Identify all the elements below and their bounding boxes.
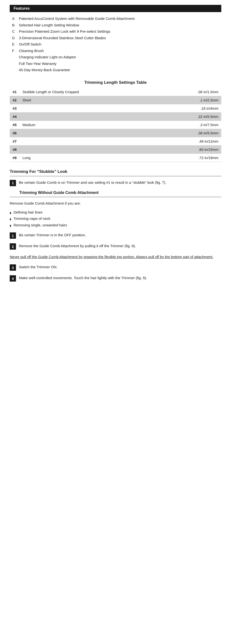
feature-letter: B	[12, 22, 19, 28]
row-measurement: .06 in/1.5mm	[160, 88, 221, 96]
feature-letter: C	[12, 29, 19, 34]
feature-letter: E	[12, 42, 19, 47]
without-comb-step4: 4 Make well-controlled movements. Touch …	[10, 275, 221, 282]
without-comb-step3: 3 Switch the Trimmer ON.	[10, 264, 221, 271]
list-item: ◗Removing single, unwanted hairs	[10, 222, 221, 228]
list-item: Full Two-Year Warranty	[12, 61, 221, 66]
row-number: #4	[10, 112, 20, 120]
row-number: #6	[10, 129, 20, 137]
feature-text: 45-Day Money-Back Guarantee	[12, 67, 221, 73]
table-row: #5Medium.3 in/7.5mm	[10, 120, 221, 129]
list-item: B Selected Hair Length Setting Window	[12, 22, 221, 28]
row-desc	[20, 112, 161, 120]
row-desc	[20, 129, 161, 137]
warning-text: Never pull off the Guide Comb Attachment…	[10, 254, 221, 260]
without-comb-title: Trimming Without Guide Comb Attachment	[10, 190, 221, 195]
row-number: #5	[10, 120, 20, 129]
list-item: E On/Off Switch	[12, 42, 221, 47]
row-desc: Medium	[20, 120, 161, 129]
bullet-list: ◗Defining hair lines◗Trimming nape of ne…	[10, 210, 221, 228]
table-row: #8.60 in/15mm	[10, 145, 221, 154]
without-comb-intro: Remove Guide Comb Attachment if you are:	[10, 200, 221, 206]
feature-text: 3-Dimensional Rounded Stainless Steel Cu…	[19, 35, 221, 41]
list-item: ◗Defining hair lines	[10, 210, 221, 215]
feature-text: Cleaning Brush	[19, 48, 221, 54]
features-header: Features	[10, 5, 221, 12]
bullet-diamond-icon: ◗	[10, 211, 11, 215]
bullet-text: Trimming nape of neck	[14, 216, 50, 222]
table-row: #7.48 in/12mm	[10, 137, 221, 145]
table-row: #1Stubble Length or Closely Cropped.06 i…	[10, 88, 221, 96]
feature-text: Patented AccuControl System with Removab…	[19, 16, 221, 22]
step-text-3: Switch the Trimmer ON.	[19, 264, 221, 270]
step-text-2: Remove the Guide Comb Attachment by pull…	[19, 243, 221, 249]
step-number-1b: 1	[10, 232, 16, 239]
row-number: #2	[10, 96, 20, 104]
row-number: #1	[10, 88, 20, 96]
table-title: Trimming Length Settings Table	[10, 80, 221, 85]
list-item: C Precision Patented Zoom Lock with 9 Pr…	[12, 29, 221, 34]
row-number: #3	[10, 104, 20, 112]
feature-letter: F	[12, 48, 19, 54]
stubble-section-title: Trimming For “Stubble” Look	[10, 169, 221, 174]
row-measurement: .60 in/15mm	[160, 145, 221, 154]
step-text: Be certain Guide Comb is on Trimmer and …	[19, 180, 221, 185]
row-measurement: .16 in/4mm	[160, 104, 221, 112]
step-number-2: 2	[10, 243, 16, 250]
feature-text: Selected Hair Length Setting Window	[19, 22, 221, 28]
step-number-3: 3	[10, 264, 16, 271]
row-number: #8	[10, 145, 20, 154]
step-number-1: 1	[10, 180, 16, 186]
feature-text: Precision Patented Zoom Lock with 9 Pre-…	[19, 29, 221, 34]
step-number-4: 4	[10, 275, 16, 282]
without-comb-step1: 1 Be certain Trimmer is in the OFF posit…	[10, 232, 221, 239]
list-item: 45-Day Money-Back Guarantee	[12, 67, 221, 73]
row-measurement: .22 in/5.5mm	[160, 112, 221, 120]
section-divider	[10, 176, 221, 176]
list-item: ◗Trimming nape of neck	[10, 216, 221, 222]
row-measurement: .1 in/2.5mm	[160, 96, 221, 104]
bullet-diamond-icon: ◗	[10, 224, 11, 228]
row-desc: Short	[20, 96, 161, 104]
stubble-step1: 1 Be certain Guide Comb is on Trimmer an…	[10, 180, 221, 186]
bullet-text: Removing single, unwanted hairs	[14, 222, 67, 228]
row-desc: Long	[20, 154, 161, 162]
table-row: #4.22 in/5.5mm	[10, 112, 221, 120]
bullet-text: Defining hair lines	[14, 210, 42, 215]
feature-text: On/Off Switch	[19, 42, 221, 47]
table-row: #2Short.1 in/2.5mm	[10, 96, 221, 104]
table-row: #6.38 in/9.5mm	[10, 129, 221, 137]
feature-letter: A	[12, 16, 19, 22]
row-desc	[20, 145, 161, 154]
row-number: #7	[10, 137, 20, 145]
feature-text: Full Two-Year Warranty	[12, 61, 221, 66]
row-number: #9	[10, 154, 20, 162]
list-item: Charging Indicator Light on Adaptor	[12, 54, 221, 60]
row-desc	[20, 104, 161, 112]
list-item: A Patented AccuControl System with Remov…	[12, 16, 221, 22]
row-desc	[20, 137, 161, 145]
table-row: #9Long.72 in/18mm	[10, 154, 221, 162]
row-measurement: .72 in/18mm	[160, 154, 221, 162]
row-measurement: .38 in/9.5mm	[160, 129, 221, 137]
feature-letter: D	[12, 35, 19, 41]
list-item: D 3-Dimensional Rounded Stainless Steel …	[12, 35, 221, 41]
bullet-diamond-icon: ◗	[10, 217, 11, 221]
features-list: A Patented AccuControl System with Remov…	[10, 16, 221, 73]
list-item: F Cleaning Brush	[12, 48, 221, 54]
section-divider-2	[10, 197, 221, 197]
settings-table: #1Stubble Length or Closely Cropped.06 i…	[10, 88, 221, 162]
step-text-1b: Be certain Trimmer is in the OFF positio…	[19, 232, 221, 238]
row-measurement: .48 in/12mm	[160, 137, 221, 145]
row-desc: Stubble Length or Closely Cropped	[20, 88, 161, 96]
row-measurement: .3 in/7.5mm	[160, 120, 221, 129]
table-row: #3.16 in/4mm	[10, 104, 221, 112]
step-text-4: Make well-controlled movements. Touch th…	[19, 275, 221, 280]
feature-text: Charging Indicator Light on Adaptor	[12, 54, 221, 60]
page-container: Features A Patented AccuControl System w…	[0, 0, 231, 296]
without-comb-step2: 2 Remove the Guide Comb Attachment by pu…	[10, 243, 221, 250]
